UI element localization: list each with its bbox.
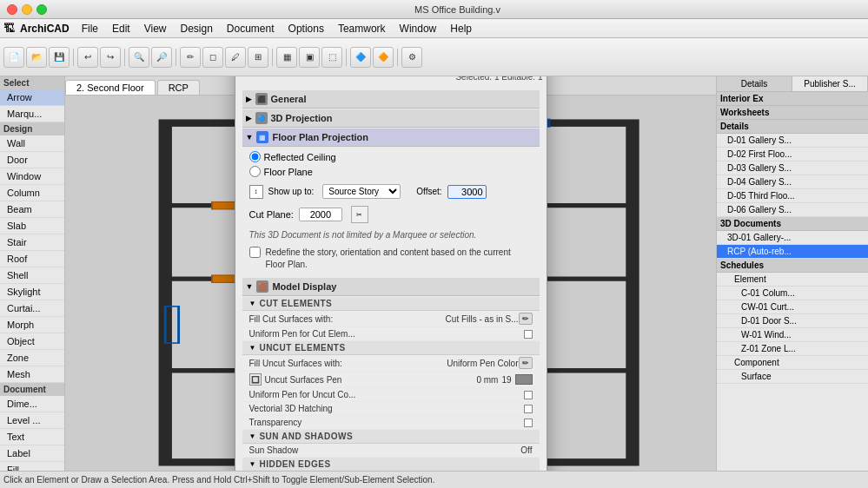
tb-3d-2[interactable]: 🔶	[373, 47, 394, 68]
source-story-select[interactable]: Source Story	[322, 184, 401, 199]
menu-help[interactable]: Help	[443, 21, 479, 36]
close-button[interactable]	[7, 4, 17, 15]
tool-fill[interactable]: Fill	[0, 462, 64, 471]
projection-section[interactable]: ▶ 🔷 3D Projection	[242, 109, 540, 128]
worksheets-section[interactable]: Worksheets	[717, 106, 868, 120]
tool-stair[interactable]: Stair	[0, 234, 64, 251]
rp-3d01[interactable]: 3D-01 Gallery-...	[717, 231, 868, 245]
offset-input[interactable]	[447, 185, 487, 199]
publisher-tab[interactable]: Publisher S...	[792, 76, 868, 91]
tb-settings[interactable]: ⚙	[401, 47, 422, 68]
menu-file[interactable]: File	[75, 21, 105, 36]
open-btn[interactable]: 📂	[26, 47, 47, 68]
tb-tool-3[interactable]: 🖊	[225, 47, 246, 68]
tool-window[interactable]: Window	[0, 168, 64, 185]
redo-btn[interactable]: ↪	[100, 47, 121, 68]
general-section[interactable]: ▶ ⬛ General	[242, 90, 540, 109]
cut-elements-header[interactable]: ▼ CUT ELEMENTS	[242, 297, 540, 311]
vectorial-checkbox[interactable]	[524, 405, 533, 413]
details-section[interactable]: Details	[717, 120, 868, 134]
zoom-in-btn[interactable]: 🔍	[129, 47, 149, 68]
uncut-elements-header[interactable]: ▼ UNCUT ELEMENTS	[242, 341, 540, 355]
menu-edit[interactable]: Edit	[105, 21, 137, 36]
zoom-out-btn[interactable]: 🔎	[151, 47, 172, 68]
redefine-checkbox[interactable]	[249, 247, 261, 258]
tool-door[interactable]: Door	[0, 152, 64, 168]
design-header: Design	[0, 122, 64, 135]
rp-cw01[interactable]: CW-01 Curt...	[717, 300, 868, 314]
rp-d03[interactable]: D-03 Gallery S...	[717, 162, 868, 175]
tool-curtain[interactable]: Curtai...	[0, 300, 64, 317]
undo-btn[interactable]: ↩	[77, 47, 98, 68]
pen-color-swatch[interactable]	[515, 374, 533, 385]
tool-column[interactable]: Column	[0, 185, 64, 201]
tool-slab[interactable]: Slab	[0, 218, 64, 234]
tool-zone[interactable]: Zone	[0, 350, 64, 366]
rp-c01[interactable]: C-01 Colum...	[717, 287, 868, 300]
rp-d01[interactable]: D-01 Gallery S...	[717, 134, 868, 148]
tool-beam[interactable]: Beam	[0, 201, 64, 218]
rp-d01s[interactable]: D-01 Door S...	[717, 314, 868, 328]
model-display-section[interactable]: ▼ 🟫 Model Display	[242, 278, 540, 296]
3d-docs-section[interactable]: 3D Documents	[717, 217, 868, 231]
rp-d02[interactable]: D-02 First Floo...	[717, 148, 868, 162]
menu-design[interactable]: Design	[174, 21, 220, 36]
tool-label[interactable]: Label	[0, 445, 64, 462]
menu-options[interactable]: Options	[282, 21, 331, 36]
tool-text[interactable]: Text	[0, 429, 64, 445]
sun-shadows-header[interactable]: ▼ SUN AND SHADOWS	[242, 430, 540, 444]
maximize-button[interactable]	[36, 4, 47, 15]
reflected-ceiling-option[interactable]: Reflected Ceiling	[249, 151, 336, 162]
minimize-button[interactable]	[22, 4, 32, 15]
tool-level[interactable]: Level ...	[0, 412, 64, 429]
uniform-pen-uncut-checkbox[interactable]	[524, 391, 533, 399]
fill-uncut-edit-btn[interactable]: ✏	[519, 357, 533, 369]
tb-tool-1[interactable]: ✏	[180, 47, 201, 68]
rp-rcp[interactable]: RCP (Auto-reb...	[717, 245, 868, 259]
tb-3d-1[interactable]: 🔷	[350, 47, 371, 68]
details-tab[interactable]: Details	[717, 76, 792, 91]
interior-section[interactable]: Interior Ex	[717, 92, 868, 106]
tool-shell[interactable]: Shell	[0, 267, 64, 284]
tb-view-1[interactable]: ▦	[276, 47, 297, 68]
tab-rcp[interactable]: RCP	[157, 80, 200, 95]
rp-z01[interactable]: Z-01 Zone L...	[717, 342, 868, 356]
floorplan-section[interactable]: ▼ ▦ Floor Plan Projection	[242, 129, 540, 147]
tb-tool-2[interactable]: ◻	[202, 47, 223, 68]
floor-plane-option[interactable]: Floor Plane	[249, 166, 313, 177]
tool-mesh[interactable]: Mesh	[0, 366, 64, 383]
rp-d05[interactable]: D-05 Third Floo...	[717, 189, 868, 203]
menu-document[interactable]: Document	[220, 21, 282, 36]
floor-plane-group: Floor Plane	[242, 166, 540, 181]
uniform-pen-cut-checkbox[interactable]	[524, 330, 533, 339]
rp-d06[interactable]: D-06 Gallery S...	[717, 203, 868, 217]
rp-element-sub[interactable]: Element	[717, 273, 868, 287]
tool-roof[interactable]: Roof	[0, 251, 64, 267]
menu-teamwork[interactable]: Teamwork	[331, 21, 393, 36]
new-btn[interactable]: 📄	[3, 47, 24, 68]
tb-tool-4[interactable]: ⊞	[248, 47, 268, 68]
hidden-edges-header[interactable]: ▼ HIDDEN EDGES	[242, 458, 540, 471]
tab-second-floor[interactable]: 2. Second Floor	[65, 80, 156, 95]
tool-dimension[interactable]: Dime...	[0, 396, 64, 412]
tool-wall[interactable]: Wall	[0, 135, 64, 152]
canvas-content[interactable]: 3D Document Selection Settings Selected:…	[65, 96, 716, 471]
rp-w01[interactable]: W-01 Wind...	[717, 328, 868, 342]
tool-morph[interactable]: Morph	[0, 317, 64, 333]
fill-cut-edit-btn[interactable]: ✏	[519, 313, 533, 325]
tool-marquee[interactable]: Marqu...	[0, 106, 64, 122]
rp-component-sub[interactable]: Component	[717, 356, 868, 370]
save-btn[interactable]: 💾	[49, 47, 70, 68]
transparency-checkbox[interactable]	[524, 419, 533, 427]
tool-skylight[interactable]: Skylight	[0, 284, 64, 300]
schedules-section[interactable]: Schedules	[717, 259, 868, 273]
cutplane-input[interactable]	[299, 208, 342, 221]
rp-d04[interactable]: D-04 Gallery S...	[717, 175, 868, 189]
menu-view[interactable]: View	[137, 21, 174, 36]
tb-view-2[interactable]: ▣	[299, 47, 320, 68]
tb-view-3[interactable]: ⬚	[321, 47, 342, 68]
rp-surface[interactable]: Surface	[717, 370, 868, 384]
tool-arrow[interactable]: Arrow	[0, 89, 64, 106]
tool-object[interactable]: Object	[0, 333, 64, 350]
menu-window[interactable]: Window	[393, 21, 444, 36]
